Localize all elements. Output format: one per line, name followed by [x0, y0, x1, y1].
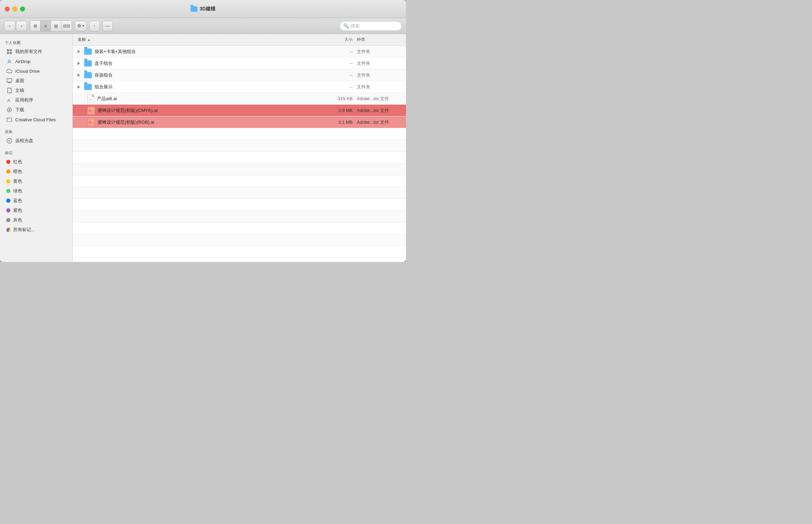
sidebar-tag-yellow[interactable]: 黄色 — [1, 176, 71, 186]
expand-icon[interactable] — [78, 62, 80, 65]
allfiles-icon — [6, 49, 12, 55]
sidebar-tag-gray[interactable]: 灰色 — [1, 215, 71, 225]
list-view-icon: ≡ — [44, 24, 47, 28]
sidebar-tag-green[interactable]: 绿色 — [1, 186, 71, 196]
apps-icon: A — [6, 97, 12, 103]
sidebar-item-downloads[interactable]: 下载 — [1, 105, 71, 115]
share-icon: ↑ — [94, 23, 96, 28]
fullscreen-button[interactable] — [20, 7, 25, 11]
downloads-icon — [6, 107, 12, 113]
svg-rect-1 — [10, 49, 12, 51]
col-kind-header[interactable]: 种类 — [353, 37, 401, 43]
col-kind-label: 种类 — [357, 37, 365, 43]
doc-file-icon — [87, 95, 94, 103]
expand-icon[interactable] — [78, 85, 80, 89]
search-icon: 🔍 — [343, 23, 349, 28]
sidebar-item-airdrop[interactable]: AirDrop — [1, 56, 71, 66]
green-tag-dot — [6, 189, 10, 193]
expand-icon[interactable] — [78, 73, 80, 77]
orange-tag-dot — [6, 169, 10, 174]
back-icon: ‹ — [9, 23, 10, 28]
share-button[interactable]: ↑ — [89, 21, 100, 31]
sidebar-item-desktop[interactable]: 桌面 — [1, 76, 71, 86]
forward-icon: › — [21, 23, 22, 28]
file-size: 3.1 MB — [321, 120, 353, 125]
close-button[interactable] — [5, 7, 10, 11]
minimize-button[interactable] — [12, 7, 17, 11]
airdrop-icon — [6, 58, 12, 64]
blue-tag-label: 蓝色 — [13, 198, 22, 204]
green-tag-label: 绿色 — [13, 188, 22, 194]
action-button[interactable]: ⚙ ▾ — [75, 21, 87, 31]
file-size: -- — [321, 49, 353, 54]
col-size-label: 大小 — [344, 37, 353, 43]
sidebar-tag-all[interactable]: 所有标记... — [1, 225, 71, 235]
sidebar-label-desktop: 桌面 — [15, 78, 24, 84]
table-row-empty — [73, 152, 406, 164]
folder-icon — [84, 49, 92, 55]
sidebar-label-optical: 远程光盘 — [15, 138, 33, 144]
table-row[interactable]: 袋装+卡装+其他组合 -- 文件夹 — [73, 46, 406, 58]
ai-bee-icon: Ai — [87, 106, 95, 115]
sidebar-tag-purple[interactable]: 紫色 — [1, 206, 71, 215]
titlebar: 3D建模 — [0, 0, 406, 18]
view-gallery-button[interactable]: ⊟⊟ — [61, 21, 72, 31]
sidebar-item-allfiles[interactable]: 我的所有文件 — [1, 47, 71, 56]
finder-window: 3D建模 ‹ › ⊞ ≡ ▤ ⊟⊟ ⚙ — [0, 0, 406, 262]
expand-icon[interactable] — [78, 50, 80, 53]
folder-icon — [84, 60, 92, 67]
file-size: 315 KB — [321, 96, 353, 101]
sidebar-item-apps[interactable]: A 应用程序 — [1, 95, 71, 105]
yellow-tag-label: 黄色 — [13, 178, 22, 184]
svg-text:Ai: Ai — [89, 110, 91, 112]
table-row[interactable]: 容器组合 -- 文件夹 — [73, 69, 406, 81]
search-box[interactable]: 🔍 搜索 — [339, 21, 402, 31]
sidebar-label-icloud: iCloud Drive — [15, 69, 40, 74]
sidebar-item-optical[interactable]: 远程光盘 — [1, 136, 71, 146]
folder-icon — [84, 84, 92, 90]
sidebar-tag-orange[interactable]: 橙色 — [1, 167, 71, 176]
view-icon-button[interactable]: ⊞ — [30, 21, 41, 31]
sidebar-tag-blue[interactable]: 蓝色 — [1, 196, 71, 206]
table-row-empty — [73, 140, 406, 152]
file-name: 容器组合 — [95, 72, 113, 78]
sidebar-item-ccfiles[interactable]: Creative Cloud Files — [1, 115, 71, 124]
table-row-empty — [73, 199, 406, 211]
yellow-tag-dot — [6, 179, 10, 183]
toolbar: ‹ › ⊞ ≡ ▤ ⊟⊟ ⚙ ▾ ↑ — [0, 18, 406, 34]
table-row[interactable]: Ai 蜜蜂设计规范(初版)(CMYK).ai 3.9 MB Adobe...to… — [73, 105, 406, 116]
col-name-header[interactable]: 名称 ▲ — [78, 37, 321, 43]
file-kind: Adobe...tor 文件 — [353, 107, 401, 114]
file-name: 盒子组合 — [95, 60, 113, 67]
file-kind: 文件夹 — [353, 49, 401, 55]
view-list-button[interactable]: ≡ — [41, 21, 51, 31]
gray-tag-dot — [6, 218, 10, 222]
back-button[interactable]: ‹ — [4, 21, 15, 31]
table-row[interactable]: 产品ai8.ai 315 KB Adobe...tor 文件 — [73, 93, 406, 105]
all-tags-label: 所有标记... — [13, 227, 35, 233]
file-name-cell: 产品ai8.ai — [78, 95, 321, 103]
file-size: -- — [321, 84, 353, 89]
table-row-empty — [73, 211, 406, 222]
gear-icon: ⚙ — [77, 23, 81, 28]
file-name-cell: 盒子组合 — [78, 60, 321, 67]
table-row[interactable]: Ai 蜜蜂设计规范(初版)(RGB).ai 3.1 MB Adobe...tor… — [73, 116, 406, 128]
nav-buttons: ‹ › — [4, 21, 27, 31]
sidebar-item-docs[interactable]: 文稿 — [1, 86, 71, 95]
sidebar-label-downloads: 下载 — [15, 107, 24, 113]
table-row[interactable]: 组合展示 -- 文件夹 — [73, 81, 406, 93]
sidebar-item-icloud[interactable]: iCloud Drive — [1, 66, 71, 76]
orange-tag-label: 橙色 — [13, 168, 22, 175]
path-button[interactable]: — — [103, 21, 113, 31]
svg-rect-0 — [7, 49, 9, 51]
view-column-button[interactable]: ▤ — [51, 21, 61, 31]
view-buttons: ⊞ ≡ ▤ ⊟⊟ — [30, 20, 72, 32]
blue-tag-dot — [6, 199, 10, 203]
forward-button[interactable]: › — [16, 21, 27, 31]
path-icon: — — [106, 23, 110, 28]
file-name: 蜜蜂设计规范(初版)(CMYK).ai — [98, 107, 158, 114]
table-row[interactable]: 盒子组合 -- 文件夹 — [73, 58, 406, 69]
file-name: 蜜蜂设计规范(初版)(RGB).ai — [98, 119, 154, 125]
sidebar-tag-red[interactable]: 红色 — [1, 157, 71, 167]
col-size-header[interactable]: 大小 — [321, 37, 353, 43]
